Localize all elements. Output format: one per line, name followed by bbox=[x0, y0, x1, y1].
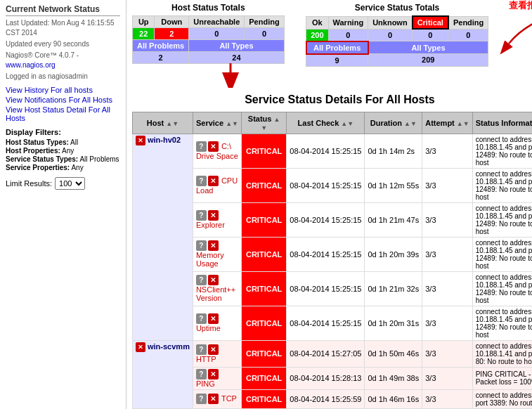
host-unreachable-value[interactable]: 0 bbox=[189, 28, 245, 40]
status-panels: Host Status Totals Up Down Unreachable P… bbox=[132, 3, 532, 67]
host-cell: ✕win-hv02 bbox=[133, 134, 193, 340]
info-cell: connect to address 10.188.1.45 and port … bbox=[472, 134, 532, 168]
nagios-link[interactable]: www.nagios.org bbox=[6, 61, 56, 69]
status-cell: CRITICAL bbox=[241, 306, 286, 340]
col-status: Status ▲▼ bbox=[241, 112, 286, 134]
service-x-icon[interactable]: ✕ bbox=[208, 275, 219, 285]
svc-critical-value[interactable]: 0 bbox=[413, 29, 448, 41]
host-name-link[interactable]: win-hv02 bbox=[148, 136, 181, 144]
red-down-arrow bbox=[209, 63, 252, 88]
host-down-value[interactable]: 2 bbox=[155, 28, 189, 40]
annotation-label: 查看报警的服务 bbox=[509, 0, 532, 12]
host-status-detail-link[interactable]: View Host Status Detail For All Hosts bbox=[6, 105, 120, 122]
col-attempt: Attempt ▲▼ bbox=[422, 112, 472, 134]
duration-cell: 0d 1h 21m 47s bbox=[365, 202, 422, 237]
service-x-icon[interactable]: ✕ bbox=[208, 176, 219, 186]
attempt-cell: 3/3 bbox=[422, 168, 472, 202]
svc-unknown-header: Unknown bbox=[368, 16, 413, 29]
history-hosts-link[interactable]: View History For all hosts bbox=[6, 86, 120, 94]
service-name-link[interactable]: Uptime bbox=[196, 324, 221, 332]
svc-ok-value[interactable]: 200 bbox=[306, 29, 328, 41]
host-status-icon: ✕ bbox=[136, 342, 145, 352]
logged-in: Logged in as nagiosadmin bbox=[6, 72, 120, 82]
service-q-icon[interactable]: ? bbox=[196, 240, 207, 251]
service-x-icon[interactable]: ✕ bbox=[208, 344, 219, 355]
svc-warning-value[interactable]: 0 bbox=[328, 29, 368, 41]
service-q-icon[interactable]: ? bbox=[196, 369, 207, 379]
info-cell: connect to address 10.188.1.45 and port … bbox=[472, 237, 532, 271]
svc-all-problems-link[interactable]: All Problems bbox=[306, 41, 368, 54]
last-updated: Last Updated: Mon Aug 4 16:15:55 CST 201… bbox=[6, 18, 120, 38]
service-q-icon[interactable]: ? bbox=[196, 210, 207, 221]
svc-pending-value[interactable]: 0 bbox=[448, 29, 488, 41]
service-q-icon[interactable]: ? bbox=[196, 176, 207, 186]
service-x-icon[interactable]: ✕ bbox=[208, 210, 219, 221]
svc-all-types-link[interactable]: All Types bbox=[368, 41, 488, 54]
service-q-icon[interactable]: ? bbox=[196, 344, 207, 355]
service-x-icon[interactable]: ✕ bbox=[208, 369, 219, 379]
duration-cell: 0d 1h 20m 39s bbox=[365, 237, 422, 271]
attempt-sort-icon[interactable]: ▲▼ bbox=[457, 120, 469, 127]
last-check-cell: 08-04-2014 15:25:15 bbox=[287, 134, 365, 168]
filter-service-status: Service Status Types: All Problems bbox=[6, 155, 120, 163]
lastcheck-sort-icon[interactable]: ▲▼ bbox=[341, 120, 353, 127]
red-arrow-area bbox=[188, 67, 532, 88]
service-cell: ?✕PING bbox=[193, 367, 241, 389]
host-all-types-value: 24 bbox=[189, 52, 284, 64]
status-cell: CRITICAL bbox=[241, 237, 286, 271]
info-cell: PING CRITICAL - Packet loss = 100% bbox=[472, 367, 532, 389]
limit-select[interactable]: 100 50 200 bbox=[55, 177, 85, 190]
sidebar-links: View History For all hosts View Notifica… bbox=[6, 86, 120, 122]
table-row: ?✕PINGCRITICAL08-04-2014 15:28:130d 1h 4… bbox=[133, 367, 533, 389]
service-x-icon[interactable]: ✕ bbox=[208, 394, 219, 404]
sidebar-title: Current Network Status bbox=[6, 4, 120, 16]
host-sort-icon[interactable]: ▲▼ bbox=[166, 120, 179, 127]
service-q-icon[interactable]: ? bbox=[196, 394, 207, 404]
service-panel-title: Service Status Totals bbox=[306, 3, 489, 13]
status-cell: CRITICAL bbox=[241, 271, 286, 306]
service-name-link[interactable]: HTTP bbox=[196, 355, 216, 363]
last-check-cell: 08-04-2014 15:25:59 bbox=[287, 389, 365, 408]
service-x-icon[interactable]: ✕ bbox=[208, 240, 219, 251]
service-name-link[interactable]: TCP bbox=[221, 394, 237, 403]
host-up-header: Up bbox=[133, 16, 155, 28]
service-sort-icon[interactable]: ▲▼ bbox=[226, 120, 238, 127]
service-q-icon[interactable]: ? bbox=[196, 313, 207, 324]
service-name-link[interactable]: NSClient++ Version bbox=[196, 285, 235, 302]
last-check-cell: 08-04-2014 15:25:15 bbox=[287, 202, 365, 237]
service-cell: ?✕HTTP bbox=[193, 340, 241, 367]
table-row: ?✕Memory UsageCRITICAL08-04-2014 15:25:1… bbox=[133, 237, 533, 271]
svc-unknown-value[interactable]: 0 bbox=[368, 29, 413, 41]
service-q-icon[interactable]: ? bbox=[196, 141, 207, 152]
service-name-link[interactable]: Memory Usage bbox=[196, 251, 224, 268]
svc-ok-header: Ok bbox=[306, 16, 328, 29]
limit-label: Limit Results: bbox=[6, 179, 52, 188]
status-cell: CRITICAL bbox=[241, 367, 286, 389]
table-row: ?✕ExplorerCRITICAL08-04-2014 15:25:150d … bbox=[133, 202, 533, 237]
host-name-link[interactable]: win-scvmm bbox=[148, 342, 190, 351]
attempt-cell: 3/3 bbox=[422, 389, 472, 408]
service-status-panel: Service Status Totals Ok Warning Unknown… bbox=[306, 3, 489, 67]
duration-sort-icon[interactable]: ▲▼ bbox=[404, 120, 417, 127]
service-q-icon[interactable]: ? bbox=[196, 275, 207, 285]
last-check-cell: 08-04-2014 15:27:05 bbox=[287, 340, 365, 367]
host-all-problems-link[interactable]: All Problems bbox=[133, 40, 189, 52]
info-cell: connect to address 10.188.1.41 and port … bbox=[472, 340, 532, 367]
host-all-types-link[interactable]: All Types bbox=[189, 40, 284, 52]
service-name-link[interactable]: Explorer bbox=[196, 221, 225, 229]
notifications-link[interactable]: View Notifications For All Hosts bbox=[6, 96, 120, 104]
duration-cell: 0d 1h 50m 46s bbox=[365, 340, 422, 367]
service-x-icon[interactable]: ✕ bbox=[208, 313, 219, 324]
svc-all-problems-value: 9 bbox=[306, 54, 368, 67]
filter-host-properties: Host Properties: Any bbox=[6, 147, 120, 155]
service-detail-heading: Service Status Details For All Hosts bbox=[132, 93, 532, 106]
attempt-cell: 3/3 bbox=[422, 134, 472, 168]
host-pending-value[interactable]: 0 bbox=[245, 28, 284, 40]
svc-warning-header: Warning bbox=[328, 16, 368, 29]
table-row: ✕win-scvmm?✕HTTPCRITICAL08-04-2014 15:27… bbox=[133, 340, 533, 367]
col-service: Service ▲▼ bbox=[193, 112, 241, 134]
host-up-value[interactable]: 22 bbox=[133, 28, 155, 40]
service-x-icon[interactable]: ✕ bbox=[208, 141, 219, 152]
service-name-link[interactable]: PING bbox=[196, 379, 215, 388]
filter-host-status: Host Status Types: All bbox=[6, 138, 120, 146]
